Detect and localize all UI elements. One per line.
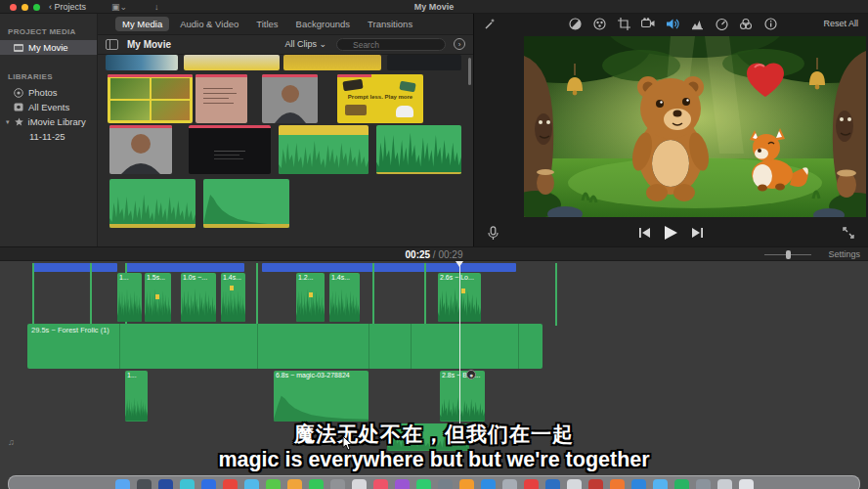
effects-icon[interactable] bbox=[739, 17, 753, 30]
media-thumbnail-audio[interactable] bbox=[376, 125, 461, 174]
sidebar-item-photos[interactable]: Photos bbox=[0, 85, 97, 100]
dock-app-icon[interactable] bbox=[567, 479, 582, 489]
dock-app-icon[interactable] bbox=[373, 479, 388, 489]
fullscreen-icon[interactable] bbox=[843, 227, 854, 239]
media-thumbnail[interactable] bbox=[387, 55, 461, 70]
dock-app-icon[interactable] bbox=[137, 479, 152, 489]
dock-app-icon[interactable] bbox=[739, 479, 754, 489]
dock-app-icon[interactable] bbox=[438, 479, 453, 489]
skip-forward-button[interactable] bbox=[691, 228, 703, 238]
dock-app-icon[interactable] bbox=[631, 479, 646, 489]
sidebar-item-imovie-library[interactable]: ▾ iMovie Library bbox=[0, 114, 97, 129]
audio-clip[interactable]: 1... bbox=[117, 273, 142, 322]
clip-size-icon[interactable]: › bbox=[454, 38, 465, 50]
dock-app-icon[interactable] bbox=[223, 479, 238, 489]
dock-app-icon[interactable] bbox=[244, 479, 259, 489]
reset-all-button[interactable]: Reset All bbox=[823, 19, 858, 28]
media-thumbnail-audio[interactable] bbox=[109, 179, 195, 228]
media-thumbnail[interactable] bbox=[283, 55, 381, 70]
dock-app-icon[interactable] bbox=[180, 479, 195, 489]
clip-mute-badge[interactable]: ● bbox=[466, 370, 476, 379]
enhance-wand-icon[interactable] bbox=[484, 18, 497, 30]
dock-app-icon[interactable] bbox=[545, 479, 560, 489]
tab-backgrounds[interactable]: Backgrounds bbox=[289, 17, 357, 31]
dock-app-icon[interactable] bbox=[287, 479, 302, 489]
media-thumbnail-presenter[interactable] bbox=[109, 125, 172, 174]
title-clip[interactable] bbox=[125, 263, 244, 272]
dock-app-icon[interactable] bbox=[330, 479, 345, 489]
tab-transitions[interactable]: Transitions bbox=[361, 17, 419, 31]
speed-icon[interactable] bbox=[715, 17, 728, 30]
sidebar-item-label: iMovie Library bbox=[28, 116, 86, 127]
clip-filter-dropdown[interactable]: All Clips ⌄ bbox=[284, 39, 326, 49]
dock-app-icon[interactable] bbox=[717, 479, 732, 489]
search-input[interactable] bbox=[336, 38, 446, 51]
dock-app-icon[interactable] bbox=[416, 479, 431, 489]
toggle-sidebar-icon[interactable] bbox=[106, 39, 118, 50]
media-thumbnail-notes[interactable] bbox=[195, 74, 247, 123]
dock-app-icon[interactable] bbox=[674, 479, 689, 489]
main-video-clip[interactable]: 29.5s ~ Forest Frolic (1) bbox=[27, 324, 542, 369]
crop-icon[interactable] bbox=[617, 17, 630, 30]
clip-filter-label: All Clips bbox=[284, 39, 317, 49]
dock-app-icon[interactable] bbox=[309, 479, 324, 489]
play-button[interactable] bbox=[665, 226, 677, 240]
audio-clip[interactable]: 1.0s ~... bbox=[181, 273, 216, 322]
color-correction-icon[interactable] bbox=[568, 17, 582, 30]
media-thumbnail-audio[interactable] bbox=[279, 125, 369, 174]
dock-app-icon[interactable] bbox=[395, 479, 410, 489]
dock-app-icon[interactable] bbox=[201, 479, 216, 489]
audio-clip[interactable]: 1.4s... bbox=[221, 273, 245, 322]
timeline-settings-button[interactable]: Settings bbox=[828, 249, 860, 259]
media-thumbnail-audio[interactable] bbox=[203, 179, 289, 228]
audio-clip[interactable]: 1.4s... bbox=[329, 273, 360, 322]
timeline-zoom-slider[interactable] bbox=[764, 254, 811, 255]
title-clip[interactable] bbox=[32, 263, 117, 272]
media-thumbnail[interactable] bbox=[184, 55, 280, 70]
window-titlebar: ‹ Projects ▣⌄ ↓ My Movie bbox=[0, 0, 868, 14]
skip-back-button[interactable] bbox=[639, 228, 651, 238]
color-balance-icon[interactable] bbox=[592, 17, 606, 30]
stabilization-camera-icon[interactable] bbox=[641, 17, 655, 30]
media-thumbnail-promo[interactable]: Prompt less. Play more bbox=[337, 74, 423, 123]
disclosure-chevron-icon[interactable]: ▾ bbox=[6, 118, 10, 126]
tab-audio-video[interactable]: Audio & Video bbox=[173, 17, 245, 31]
title-clip[interactable] bbox=[262, 263, 516, 272]
audio-clip[interactable]: 1... bbox=[125, 371, 148, 422]
dock-app-icon[interactable] bbox=[115, 479, 130, 489]
sidebar-item-library-date[interactable]: 11-11-25 bbox=[0, 129, 97, 144]
clip-label: 6.8s ~ magic-03-278824 bbox=[276, 372, 350, 378]
dock-app-icon[interactable] bbox=[481, 479, 496, 489]
sidebar-item-all-events[interactable]: All Events bbox=[0, 100, 97, 114]
tab-my-media[interactable]: My Media bbox=[115, 17, 169, 31]
audio-clip[interactable]: 6.8s ~ magic-03-278824 bbox=[274, 371, 369, 422]
sidebar-item-my-movie[interactable]: My Movie bbox=[0, 40, 97, 55]
dock-app-icon[interactable] bbox=[266, 479, 281, 489]
tab-titles[interactable]: Titles bbox=[249, 17, 284, 31]
media-thumbnail-bear-collage[interactable] bbox=[108, 74, 193, 123]
grid-scrollbar[interactable] bbox=[468, 58, 471, 85]
dock-app-icon[interactable] bbox=[524, 479, 539, 489]
playback-controls bbox=[474, 221, 868, 246]
dock-app-icon[interactable] bbox=[610, 479, 625, 489]
playhead-handle[interactable] bbox=[456, 261, 463, 267]
dock-app-icon[interactable] bbox=[696, 479, 711, 489]
media-thumbnail[interactable] bbox=[106, 55, 178, 70]
info-icon[interactable] bbox=[763, 17, 777, 30]
media-thumbnail-screen-recording[interactable] bbox=[189, 125, 271, 174]
sidebar-item-label: All Events bbox=[28, 102, 69, 112]
zoom-slider-thumb[interactable] bbox=[786, 250, 791, 259]
dock-app-icon[interactable] bbox=[352, 479, 367, 489]
audio-clip[interactable]: 2.8s ~ Bob... bbox=[440, 371, 485, 422]
audio-clip[interactable]: 1.5s... bbox=[145, 273, 171, 322]
media-thumbnail-presenter[interactable] bbox=[262, 74, 318, 123]
dock-app-icon[interactable] bbox=[459, 479, 474, 489]
dock-app-icon[interactable] bbox=[158, 479, 173, 489]
dock-app-icon[interactable] bbox=[502, 479, 517, 489]
noise-reduction-icon[interactable] bbox=[690, 17, 704, 30]
volume-icon[interactable] bbox=[666, 17, 679, 30]
dock-app-icon[interactable] bbox=[588, 479, 603, 489]
playhead[interactable] bbox=[459, 261, 460, 425]
dock-app-icon[interactable] bbox=[653, 479, 668, 489]
audio-clip[interactable]: 1.2... bbox=[296, 273, 325, 322]
